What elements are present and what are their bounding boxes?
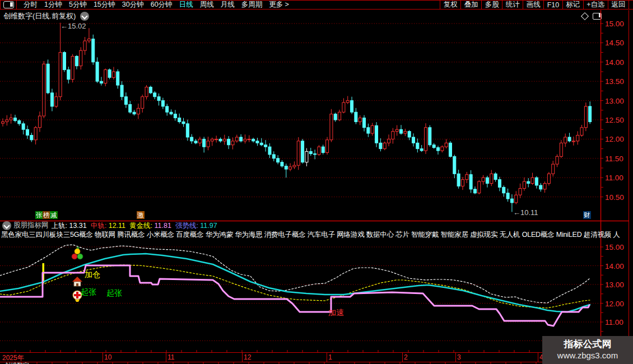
candle-body <box>211 139 213 141</box>
indicator-field-1: 中轨: 12.11 <box>91 222 125 230</box>
candle-body <box>153 93 156 97</box>
candle-body <box>22 124 25 129</box>
concept-tags-line[interactable]: 黑色家电三四川板块三5G概念 物联网 腾讯概念 小米概念 百度概念 华为鸿蒙 华… <box>1 230 633 240</box>
candle-body <box>375 125 378 143</box>
chart-canvas[interactable]: 15.0014.5014.0013.5013.0012.5012.0011.50… <box>0 0 633 364</box>
main-y-label: 13.00 <box>605 97 624 105</box>
candle-body <box>392 132 394 139</box>
candle-body <box>388 139 390 143</box>
candle-body <box>400 129 403 133</box>
indicator-chevron-circle-icon[interactable] <box>2 221 11 230</box>
house-marker <box>72 277 82 282</box>
candle-body <box>318 147 320 155</box>
right-edge-strip <box>629 10 633 364</box>
main-y-label: 11.00 <box>605 174 623 182</box>
candle-body <box>473 189 476 193</box>
candle-body <box>161 101 164 106</box>
candle-body <box>564 137 567 143</box>
indicator-label-1: 起张 <box>81 287 96 297</box>
candle-body <box>580 128 583 136</box>
candle-body <box>198 139 201 143</box>
candle-body <box>584 106 587 128</box>
candle-body <box>264 145 267 147</box>
candle-body <box>30 136 33 140</box>
candle-body <box>293 165 296 167</box>
candle-body <box>461 180 464 186</box>
candle-body <box>515 195 518 203</box>
watermark: 指标公式网 www.zbgs3.com <box>542 336 633 364</box>
candle-body <box>215 139 218 139</box>
candle-body <box>240 137 243 141</box>
candle-body <box>104 70 107 83</box>
candle-body <box>50 93 53 106</box>
candle-body <box>424 128 427 151</box>
signal-flag-2: 减 <box>50 211 58 219</box>
candle-body <box>469 175 472 189</box>
candle-body <box>141 97 144 109</box>
candle-body <box>314 154 316 155</box>
candle-body <box>429 128 431 145</box>
candle-body <box>182 122 185 123</box>
candle-body <box>87 39 90 41</box>
candle-body <box>112 72 115 77</box>
candle-body <box>260 143 263 144</box>
badge-marker <box>75 300 80 302</box>
signal-flag-0: 张 <box>35 211 43 219</box>
candle-body <box>178 118 181 122</box>
candle-body <box>272 155 275 158</box>
candle-body <box>416 143 419 148</box>
panel-y-label: 11.00 <box>605 318 623 326</box>
candle-body <box>174 114 176 118</box>
main-y-label: 12.50 <box>605 116 624 124</box>
candle-body <box>436 148 439 151</box>
indicator-field-0: 上轨: 13.31 <box>52 222 87 230</box>
date-label-4: 1 <box>328 353 332 361</box>
main-y-label: 12.00 <box>605 135 624 143</box>
month-separator <box>327 353 327 362</box>
candle-body <box>219 139 222 141</box>
date-axis: 2025年1011121234 <box>0 352 633 362</box>
main-y-label: 15.00 <box>605 20 624 28</box>
candle-body <box>309 151 312 153</box>
main-y-label: 14.50 <box>605 39 624 47</box>
candle-body <box>359 118 361 122</box>
candle-body <box>408 132 411 137</box>
candle-body <box>445 143 448 147</box>
candle-body <box>194 141 197 143</box>
signal-flag-4: 财 <box>583 211 591 219</box>
bottom-clipped-text: 创维数字 <box>4 361 29 364</box>
candle-body <box>137 108 139 114</box>
candle-body <box>289 167 292 169</box>
candle-body <box>235 137 238 141</box>
candle-body <box>10 118 12 120</box>
date-label-1: 10 <box>104 353 111 361</box>
candle-body <box>502 187 505 193</box>
candle-body <box>432 145 435 148</box>
candle-body <box>203 139 206 147</box>
candle-body <box>494 174 497 179</box>
candle-body <box>281 162 283 166</box>
candle-body <box>133 112 136 114</box>
candle-body <box>367 128 370 133</box>
candle-body <box>186 124 189 137</box>
candle-body <box>478 181 481 193</box>
panel-y-label: 12.00 <box>605 300 624 308</box>
candle-body <box>43 64 45 116</box>
month-separator <box>455 353 456 362</box>
candle-body <box>256 141 259 143</box>
candle-body <box>100 81 103 83</box>
candle-body <box>190 137 193 141</box>
candle-body <box>268 147 271 155</box>
candle-body <box>326 140 329 153</box>
candle-body <box>2 122 4 123</box>
candle-body <box>6 120 8 122</box>
signal-flag-1: 榜 <box>43 211 50 219</box>
candle-body <box>277 158 280 162</box>
balloons-marker <box>75 249 80 254</box>
candle-body <box>297 141 300 165</box>
month-separator <box>538 353 538 362</box>
candle-body <box>244 139 246 141</box>
candle-body <box>26 129 29 135</box>
date-label-2: 11 <box>167 353 174 361</box>
candle-body <box>55 97 58 106</box>
